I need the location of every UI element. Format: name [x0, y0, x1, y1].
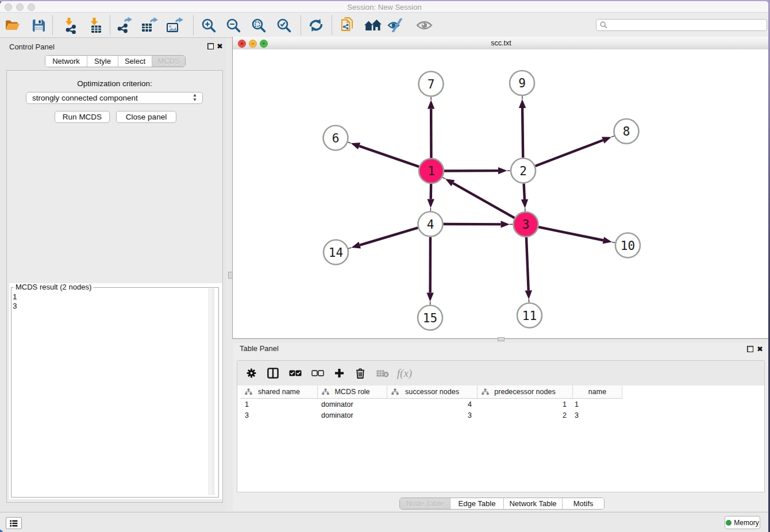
edge-2-9[interactable]: [519, 96, 526, 158]
import-network-icon[interactable]: [61, 13, 79, 38]
export-image-icon[interactable]: [166, 13, 185, 38]
table-panel-float-icon[interactable]: [747, 346, 753, 352]
apply-layout-icon[interactable]: [308, 13, 324, 38]
svg-text:8: 8: [623, 125, 630, 138]
minimize-window-button[interactable]: [16, 3, 24, 11]
control-panel-close-icon[interactable]: ✖: [217, 43, 223, 50]
edge-1-4[interactable]: [428, 184, 434, 211]
graph-node-11[interactable]: 11: [517, 303, 542, 328]
control-panel-float-icon[interactable]: [207, 43, 214, 49]
tab-select[interactable]: Select: [118, 56, 152, 67]
column-header-shared-name[interactable]: shared name: [241, 385, 318, 399]
edge-3-11[interactable]: [525, 237, 532, 303]
tab-network[interactable]: Network: [45, 56, 87, 67]
show-all-icon[interactable]: [415, 13, 433, 38]
graph-node-8[interactable]: 8: [614, 119, 639, 144]
tab-motifs[interactable]: Motifs: [563, 498, 604, 509]
cell-successor-nodes[interactable]: 4: [386, 399, 476, 410]
frame-minimize-button[interactable]: −: [249, 40, 257, 48]
graph-node-1[interactable]: 1: [419, 159, 444, 183]
column-header-successor-nodes[interactable]: successor nodes: [387, 385, 478, 399]
search-field[interactable]: [596, 19, 767, 31]
cell-shared-name[interactable]: 1: [241, 399, 317, 410]
edge-2-3[interactable]: [521, 183, 528, 211]
graph-node-2[interactable]: 2: [511, 159, 536, 183]
tab-node-table[interactable]: Node Table: [400, 498, 451, 509]
graph-node-14[interactable]: 14: [324, 240, 348, 265]
select-all-columns-icon[interactable]: [288, 361, 302, 385]
mcds-result-text[interactable]: 1 3: [13, 292, 17, 311]
export-table-icon[interactable]: [141, 13, 160, 38]
result-scrollbar[interactable]: [209, 288, 214, 495]
edge-4-15[interactable]: [426, 237, 433, 304]
split-columns-icon[interactable]: [266, 361, 280, 385]
run-mcds-button[interactable]: Run MCDS: [55, 111, 110, 123]
svg-text:14: 14: [329, 246, 343, 260]
memory-button[interactable]: Memory: [725, 516, 760, 529]
close-window-button[interactable]: [5, 3, 12, 11]
zoom-window-button[interactable]: [28, 3, 35, 11]
tab-network-table[interactable]: Network Table: [504, 498, 563, 509]
show-log-button[interactable]: [6, 517, 22, 529]
function-builder-icon[interactable]: f(x): [396, 361, 413, 385]
zoom-out-icon[interactable]: [225, 13, 241, 38]
column-header-MCDS-role[interactable]: MCDS role: [318, 385, 387, 399]
edge-2-8[interactable]: [536, 136, 614, 166]
settings-gear-icon[interactable]: [245, 361, 257, 385]
deselect-all-columns-icon[interactable]: [311, 361, 325, 385]
edge-1-2[interactable]: [444, 167, 510, 174]
graph-node-9[interactable]: 9: [510, 71, 534, 95]
close-panel-button[interactable]: Close panel: [116, 111, 176, 123]
toolbar-separator: [301, 16, 301, 35]
table-row-2[interactable]: 3dominator323: [241, 410, 619, 421]
edge-4-3[interactable]: [443, 221, 513, 228]
graph-node-10[interactable]: 10: [615, 233, 640, 258]
column-header-predecessor-nodes[interactable]: predecessor nodes: [478, 385, 573, 399]
cell-MCDS-role[interactable]: dominator: [317, 410, 386, 421]
edge-1-6[interactable]: [348, 142, 419, 167]
graph-node-6[interactable]: 6: [324, 126, 348, 151]
cell-predecessor-nodes[interactable]: 2: [476, 410, 571, 421]
hide-selected-icon[interactable]: [387, 13, 405, 38]
edge-1-7[interactable]: [428, 97, 434, 158]
tab-edge-table[interactable]: Edge Table: [451, 498, 504, 509]
delete-trash-icon[interactable]: [354, 361, 367, 385]
table-row-1[interactable]: 1dominator411: [241, 399, 619, 410]
edge-3-1[interactable]: [442, 178, 514, 218]
cell-MCDS-role[interactable]: dominator: [317, 399, 386, 410]
frame-maximize-button[interactable]: +: [260, 40, 268, 48]
export-network-icon[interactable]: [117, 13, 135, 38]
cell-predecessor-nodes[interactable]: 1: [476, 399, 571, 410]
network-canvas[interactable]: 1234678910111415: [233, 49, 769, 338]
network-frame-titlebar[interactable]: scc.txt × − +: [233, 37, 769, 50]
save-session-icon[interactable]: [30, 13, 47, 38]
cell-shared-name[interactable]: 3: [241, 410, 317, 421]
add-icon[interactable]: [333, 361, 345, 385]
graph-node-7[interactable]: 7: [419, 72, 444, 97]
graph-node-3[interactable]: 3: [514, 212, 538, 237]
toolbar-separator: [52, 16, 53, 35]
duplicate-network-icon[interactable]: [339, 13, 356, 38]
cell-name[interactable]: 1: [571, 399, 619, 410]
delete-table-icon[interactable]: [376, 361, 390, 385]
zoom-fit-icon[interactable]: [251, 13, 267, 38]
first-neighbors-icon[interactable]: [363, 13, 383, 38]
cell-name[interactable]: 3: [571, 410, 619, 421]
graph-node-15[interactable]: 15: [418, 306, 442, 330]
edge-4-14[interactable]: [348, 228, 418, 248]
edge-3-10[interactable]: [538, 227, 615, 244]
frame-close-button[interactable]: ×: [238, 40, 246, 48]
network-frame: scc.txt × − + 1234678910111415: [232, 37, 769, 339]
tab-mcds[interactable]: MCDS: [152, 56, 185, 67]
zoom-in-icon[interactable]: [201, 13, 217, 38]
cell-successor-nodes[interactable]: 3: [386, 410, 476, 421]
criterion-select[interactable]: strongly connected component ▲▼: [26, 92, 203, 104]
zoom-selected-icon[interactable]: [276, 13, 292, 38]
table-panel-close-icon[interactable]: ✖: [757, 346, 763, 353]
import-table-icon[interactable]: [87, 13, 104, 38]
open-session-icon[interactable]: [4, 13, 21, 38]
column-header-name[interactable]: name: [573, 385, 622, 399]
tab-style[interactable]: Style: [87, 56, 118, 67]
frame-bottom-grip[interactable]: [498, 337, 505, 341]
graph-node-4[interactable]: 4: [418, 212, 443, 237]
